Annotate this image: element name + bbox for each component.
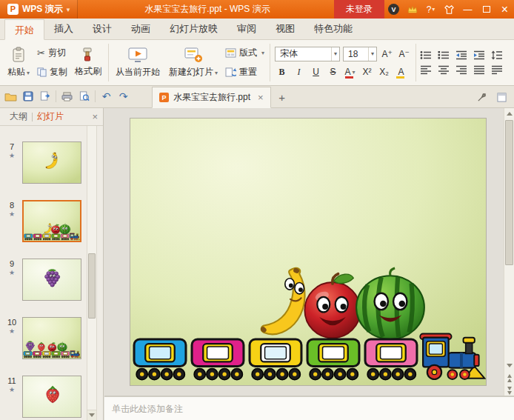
superscript-button[interactable]: X² xyxy=(360,65,374,79)
close-button[interactable]: × xyxy=(495,0,514,19)
previous-slide-button[interactable] xyxy=(504,373,514,383)
divider xyxy=(415,44,416,81)
tab-slideshow[interactable]: 幻灯片放映 xyxy=(160,19,227,39)
ribbon-home-content: 粘贴▾ ✂剪切 复制 格式刷 从当前开始 新建幻灯片▾ 版式▾ xyxy=(0,40,514,86)
tab-special-features[interactable]: 特色功能 xyxy=(304,19,362,39)
slide-thumbnail-9[interactable]: 9 ★ xyxy=(1,259,85,301)
distribute-text-button[interactable] xyxy=(491,65,503,75)
bold-button[interactable]: B xyxy=(275,65,289,79)
notes-pane[interactable]: 单击此处添加备注 xyxy=(104,396,514,420)
app-name: WPS 演示 xyxy=(22,3,63,16)
reset-button[interactable]: 重置 xyxy=(222,65,267,80)
new-document-tab-button[interactable]: + xyxy=(274,89,290,105)
cut-button[interactable]: ✂剪切 xyxy=(34,46,70,61)
panel-scrollbar[interactable] xyxy=(87,126,97,420)
tab-home[interactable]: 开始 xyxy=(4,19,44,40)
skin-icon[interactable] xyxy=(440,0,458,19)
panel-layout-icon[interactable] xyxy=(494,89,510,105)
undo-icon: ↶ xyxy=(102,90,111,102)
font-size-select[interactable]: 18 ▾ xyxy=(343,47,377,61)
highlight-color-button[interactable]: A xyxy=(394,65,408,79)
print-preview-button[interactable] xyxy=(76,88,92,104)
new-slide-button[interactable]: 新建幻灯片▾ xyxy=(164,42,222,83)
animation-star-icon: ★ xyxy=(9,210,15,218)
strikethrough-button[interactable]: S xyxy=(326,65,340,79)
align-left-button[interactable] xyxy=(420,65,432,75)
maximize-button[interactable] xyxy=(477,0,495,19)
slide-canvas[interactable] xyxy=(130,119,486,385)
increase-font-button[interactable]: A⁺ xyxy=(380,47,394,61)
vertical-scrollbar[interactable] xyxy=(504,108,514,396)
scrollbar-thumb[interactable] xyxy=(505,120,513,265)
slides-panel: 大纲 幻灯片 × 7 ★ 8 ★ xyxy=(0,108,104,420)
slide-number: 11 xyxy=(7,376,16,385)
next-slide-button[interactable] xyxy=(504,385,514,396)
titlebar: P WPS 演示 ▾ 水果宝宝去旅行.ppt - WPS 演示 未登录 V ?▾… xyxy=(0,0,514,19)
divider xyxy=(270,44,270,81)
app-menu-button[interactable]: P WPS 演示 ▾ xyxy=(0,0,78,19)
bullet-list-button[interactable] xyxy=(420,50,432,60)
paste-button[interactable]: 粘贴▾ xyxy=(3,42,34,83)
format-painter-button[interactable]: 格式刷 xyxy=(70,42,106,83)
chevron-down-icon: ▾ xyxy=(353,69,356,76)
open-file-button[interactable] xyxy=(3,88,19,104)
tab-slides[interactable]: 幻灯片 xyxy=(33,110,68,123)
redo-button[interactable]: ↷ xyxy=(116,88,131,104)
save-button[interactable] xyxy=(20,88,36,104)
undo-button[interactable]: ↶ xyxy=(99,88,114,104)
scroll-down-button[interactable] xyxy=(504,360,514,370)
slide-thumbnail-7[interactable]: 7 ★ xyxy=(1,141,85,184)
wps-assistant-icon[interactable]: V xyxy=(384,0,403,19)
line-spacing-button[interactable] xyxy=(491,50,503,60)
increase-indent-button[interactable] xyxy=(473,50,485,60)
justify-button[interactable] xyxy=(473,65,485,75)
close-icon[interactable]: × xyxy=(258,92,264,103)
export-icon xyxy=(40,91,50,101)
document-tab[interactable]: P 水果宝宝去旅行.ppt × xyxy=(152,87,271,108)
chevron-down-icon: ▾ xyxy=(27,70,30,76)
panel-scroll-down-button[interactable] xyxy=(87,410,96,420)
login-button[interactable]: 未登录 xyxy=(334,0,384,19)
printer-icon xyxy=(61,92,73,101)
animation-star-icon: ★ xyxy=(9,327,15,335)
help-icon[interactable]: ?▾ xyxy=(421,0,440,19)
folder-icon xyxy=(4,92,17,101)
slide-number: 9 xyxy=(10,259,14,268)
clipboard-icon xyxy=(10,47,27,63)
tab-view[interactable]: 视图 xyxy=(266,19,304,39)
play-from-current-button[interactable]: 从当前开始 xyxy=(111,42,164,83)
divider xyxy=(108,44,109,81)
decrease-indent-button[interactable] xyxy=(455,50,467,60)
tab-insert[interactable]: 插入 xyxy=(44,19,83,39)
scroll-up-button[interactable] xyxy=(504,108,514,119)
copy-button[interactable]: 复制 xyxy=(34,65,70,80)
tab-animation[interactable]: 动画 xyxy=(121,19,160,39)
slide-thumbnail-8[interactable]: 8 ★ xyxy=(1,200,85,243)
play-slide-icon xyxy=(128,47,147,63)
decrease-font-button[interactable]: A⁻ xyxy=(397,47,411,61)
align-center-button[interactable] xyxy=(438,65,450,75)
tab-design[interactable]: 设计 xyxy=(83,19,121,39)
numbered-list-button[interactable] xyxy=(438,50,450,60)
export-button[interactable] xyxy=(37,88,53,104)
print-button[interactable] xyxy=(59,88,75,104)
font-color-button[interactable]: A▾ xyxy=(343,65,357,79)
tab-review[interactable]: 审阅 xyxy=(227,19,266,39)
minimize-button[interactable]: — xyxy=(458,0,477,19)
italic-button[interactable]: I xyxy=(292,65,306,79)
wps-logo-icon: P xyxy=(7,4,19,15)
panel-scrollbar-thumb[interactable] xyxy=(88,253,96,319)
slide-thumbnail-11[interactable]: 11 ★ xyxy=(1,376,85,419)
tools-icon[interactable] xyxy=(474,89,490,105)
close-panel-button[interactable]: × xyxy=(92,111,98,122)
underline-button[interactable]: U xyxy=(309,65,323,79)
subscript-button[interactable]: X₂ xyxy=(377,65,391,79)
slide-thumbnail-10[interactable]: 10 ★ xyxy=(1,317,85,360)
crown-member-icon[interactable] xyxy=(403,0,421,19)
chevron-down-icon: ▾ xyxy=(331,47,337,61)
tab-outline[interactable]: 大纲 xyxy=(5,110,32,123)
ppt-file-icon: P xyxy=(159,93,169,102)
font-name-select[interactable]: 宋体 ▾ xyxy=(275,47,340,61)
align-right-button[interactable] xyxy=(455,65,467,75)
layout-button[interactable]: 版式▾ xyxy=(222,46,267,61)
